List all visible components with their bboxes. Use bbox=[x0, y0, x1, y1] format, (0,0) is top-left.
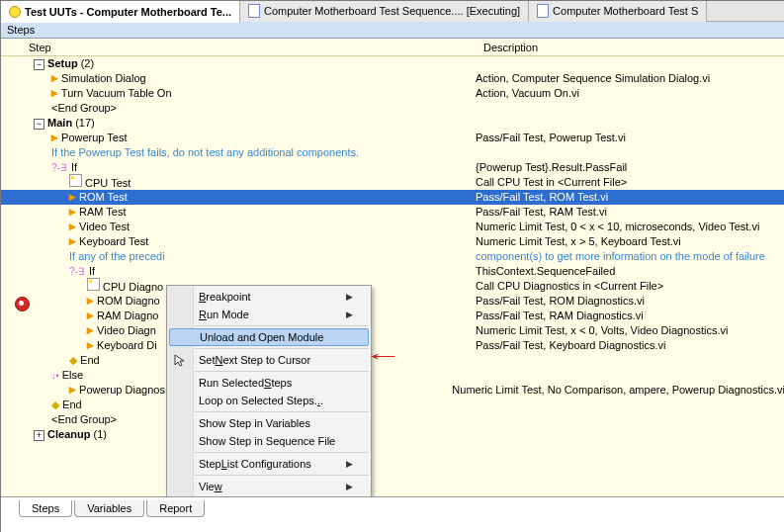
bottom-tab-report[interactable]: Report bbox=[146, 500, 205, 517]
step-description: Call CPU Test in <Current File> bbox=[476, 175, 627, 190]
action-icon: ▸ bbox=[51, 130, 58, 144]
action-icon: ▸ bbox=[69, 233, 76, 248]
step-label: ▸ Video Test bbox=[69, 220, 130, 234]
tree-row[interactable]: − Main (17) bbox=[1, 116, 784, 131]
action-icon: ▸ bbox=[87, 322, 94, 337]
tab-1[interactable]: Computer Motherboard Test Sequence.... [… bbox=[240, 0, 529, 22]
menu-item[interactable]: Unload and Open Module bbox=[169, 328, 369, 346]
menu-item[interactable]: Run Mode▶ bbox=[167, 306, 371, 323]
document-tabs: Test UUTs - Computer Motherboard Te... C… bbox=[1, 1, 784, 22]
labview-icon bbox=[69, 174, 82, 187]
step-description: ThisContext.SequenceFailed bbox=[476, 264, 615, 279]
step-description: Numeric Limit Test, No Comparison, amper… bbox=[452, 383, 784, 398]
expand-icon[interactable]: + bbox=[34, 430, 44, 441]
action-icon: ▸ bbox=[69, 189, 76, 204]
document-icon bbox=[537, 4, 549, 18]
action-icon: ▸ bbox=[51, 70, 58, 85]
action-icon: ▸ bbox=[87, 337, 94, 352]
tree-row[interactable]: ▸ Turn Vacuum Table OnAction, Vacuum On.… bbox=[1, 86, 784, 101]
step-label: ▸ ROM Diagno bbox=[87, 294, 160, 309]
step-label: ▸ Keyboard Di bbox=[87, 338, 157, 353]
action-icon: ▸ bbox=[51, 85, 58, 100]
menu-item[interactable]: Step List Configurations▶ bbox=[167, 455, 371, 473]
menu-item[interactable]: Run Selected Steps bbox=[167, 374, 371, 392]
step-label: + Cleanup (1) bbox=[34, 427, 107, 442]
action-icon: ▸ bbox=[69, 382, 76, 397]
tree-row[interactable]: If the Powerup Test fails, do not test a… bbox=[1, 145, 784, 160]
tree-row[interactable]: ▸ Keyboard TestNumeric Limit Test, x > 5… bbox=[1, 234, 784, 249]
tree-row[interactable]: <End Group> bbox=[1, 412, 784, 427]
step-label: ▸ RAM Test bbox=[69, 205, 127, 220]
step-tree[interactable]: ← − Setup (2)▸ Simulation DialogAction, … bbox=[1, 56, 784, 497]
menu-item[interactable]: View▶ bbox=[167, 478, 371, 495]
step-description: Pass/Fail Test, ROM Diagnostics.vi bbox=[476, 294, 645, 309]
context-menu: Breakpoint▶Run Mode▶Unload and Open Modu… bbox=[166, 285, 372, 497]
if-icon: ?-∃ bbox=[69, 266, 84, 277]
collapse-icon[interactable]: − bbox=[34, 119, 44, 130]
collapse-icon[interactable]: − bbox=[34, 59, 44, 70]
menu-item[interactable]: Set Next Step to Cursor bbox=[167, 351, 371, 369]
menu-item[interactable]: Loop on Selected Steps... bbox=[167, 392, 371, 409]
tree-row[interactable]: ▸ Powerup TestPass/Fail Test, Powerup Te… bbox=[1, 131, 784, 145]
tree-row[interactable]: ▸ Video TestNumeric Limit Test, 0 < x < … bbox=[1, 220, 784, 234]
tree-row[interactable]: ?-∃ If{Powerup Test}.Result.PassFail bbox=[1, 160, 784, 175]
step-description: Numeric Limit Test, 0 < x < 10, microsec… bbox=[476, 220, 759, 234]
step-label: ▸ Keyboard Test bbox=[69, 234, 148, 249]
step-label: ◆ End bbox=[51, 398, 82, 412]
menu-item[interactable]: Show Step in Sequence File bbox=[167, 432, 371, 450]
tree-row[interactable]: CPU DiagnoCall CPU Diagnostics in <Curre… bbox=[1, 279, 784, 294]
tree-row[interactable]: <End Group> bbox=[1, 101, 784, 116]
step-label: CPU Test bbox=[69, 174, 131, 191]
step-label: ▸ Video Diagn bbox=[87, 323, 156, 338]
step-label: CPU Diagno bbox=[87, 278, 163, 295]
tree-row[interactable]: − Setup (2) bbox=[1, 56, 784, 71]
action-icon: ▸ bbox=[69, 219, 76, 233]
step-description: Pass/Fail Test, Powerup Test.vi bbox=[476, 131, 626, 145]
tab-active[interactable]: Test UUTs - Computer Motherboard Te... bbox=[1, 0, 240, 23]
column-headers: Step Description bbox=[1, 39, 784, 56]
tree-row[interactable]: CPU TestCall CPU Test in <Current File> bbox=[1, 175, 784, 190]
bottom-tabs: Steps Variables Report bbox=[1, 497, 784, 517]
step-label: ▸ Powerup Diagnos bbox=[69, 383, 165, 398]
step-description: component(s) to get more information on … bbox=[476, 249, 765, 264]
tree-row[interactable]: ▸ Video DiagnNumeric Limit Test, x < 0, … bbox=[1, 323, 784, 338]
document-icon bbox=[248, 4, 260, 18]
tree-row[interactable]: ▸ RAM DiagnoPass/Fail Test, RAM Diagnost… bbox=[1, 309, 784, 323]
tree-row[interactable]: ▸ ROM TestPass/Fail Test, ROM Test.vi bbox=[1, 190, 784, 205]
action-icon: ▸ bbox=[87, 308, 94, 322]
labview-icon bbox=[87, 278, 100, 291]
tree-row[interactable]: + Cleanup (1) bbox=[1, 427, 784, 442]
step-description: Numeric Limit Test, x < 0, Volts, Video … bbox=[476, 323, 728, 338]
step-description: Call CPU Diagnostics in <Current File> bbox=[476, 279, 663, 294]
tab-2[interactable]: Computer Motherboard Test S bbox=[529, 0, 707, 22]
bottom-tab-variables[interactable]: Variables bbox=[74, 500, 144, 517]
step-label: ▸ Turn Vacuum Table On bbox=[51, 86, 172, 101]
step-label: ▸ RAM Diagno bbox=[87, 309, 158, 323]
submenu-arrow-icon: ▶ bbox=[346, 459, 353, 469]
if-icon: ?-∃ bbox=[51, 162, 66, 173]
step-description: Numeric Limit Test, x > 5, Keyboard Test… bbox=[476, 234, 681, 249]
menu-item[interactable]: Show Step in Variables bbox=[167, 414, 371, 432]
pane-title: Steps bbox=[1, 22, 784, 39]
tree-row[interactable]: ▸ RAM TestPass/Fail Test, RAM Test.vi bbox=[1, 205, 784, 220]
step-label: ▸ Simulation Dialog bbox=[51, 71, 146, 86]
step-label: ◆ End bbox=[69, 353, 100, 368]
col-step[interactable]: Step bbox=[1, 39, 479, 55]
breakpoint-icon[interactable] bbox=[15, 297, 30, 311]
bottom-tab-steps[interactable]: Steps bbox=[19, 500, 72, 517]
tree-row[interactable]: ◆ End bbox=[1, 398, 784, 412]
tree-row[interactable]: ▸ Powerup DiagnosNumeric Limit Test, No … bbox=[1, 383, 784, 398]
tree-row[interactable]: ▸ ROM DiagnoPass/Fail Test, ROM Diagnost… bbox=[1, 294, 784, 309]
step-description: Action, Vacuum On.vi bbox=[476, 86, 579, 101]
step-label: <End Group> bbox=[51, 412, 117, 427]
menu-item[interactable]: Breakpoint▶ bbox=[167, 288, 371, 306]
tree-row[interactable]: If any of the precedicomponent(s) to get… bbox=[1, 249, 784, 264]
action-icon: ▸ bbox=[87, 293, 94, 308]
step-description: Pass/Fail Test, ROM Test.vi bbox=[476, 190, 608, 205]
tree-row[interactable]: ↓• Else bbox=[1, 368, 784, 383]
step-label: ▸ Powerup Test bbox=[51, 131, 128, 145]
tree-row[interactable]: ?-∃ IfThisContext.SequenceFailed bbox=[1, 264, 784, 279]
running-icon bbox=[9, 6, 21, 18]
tree-row[interactable]: ▸ Simulation DialogAction, Computer Sequ… bbox=[1, 71, 784, 86]
col-description[interactable]: Description bbox=[479, 39, 784, 55]
